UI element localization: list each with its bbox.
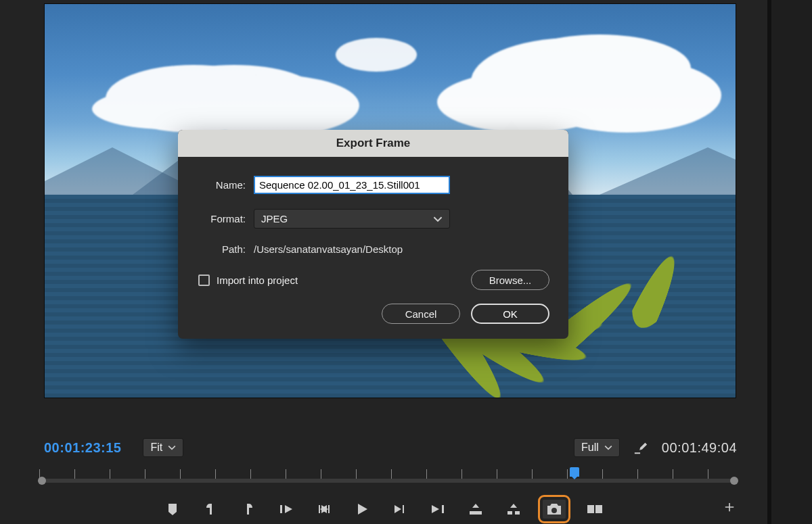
step-back-icon[interactable] — [315, 500, 333, 518]
mark-out-icon[interactable] — [240, 500, 257, 518]
cancel-button[interactable]: Cancel — [382, 304, 460, 324]
go-to-in-icon[interactable] — [277, 500, 295, 518]
export-frame-icon[interactable] — [543, 500, 566, 519]
export-frame-dialog: Export Frame Name: Format: JPEG Path: /U… — [178, 130, 568, 339]
format-select[interactable]: JPEG — [254, 209, 450, 229]
comparison-view-icon[interactable] — [586, 500, 604, 518]
lift-icon[interactable] — [467, 500, 484, 518]
timeline-scrubber[interactable] — [39, 469, 737, 491]
import-into-project-checkbox[interactable] — [198, 275, 210, 286]
step-forward-icon[interactable] — [391, 500, 409, 518]
sequence-duration: 00:01:49:04 — [662, 440, 737, 456]
import-into-project-label: Import into project — [217, 275, 298, 286]
playhead-icon[interactable] — [570, 467, 579, 477]
ok-button[interactable]: OK — [471, 304, 549, 324]
zoom-value: Fit — [150, 442, 162, 454]
button-editor-icon[interactable]: ＋ — [721, 496, 738, 517]
path-value: /Users/sanatanvatsayan/Desktop — [254, 243, 403, 255]
name-input[interactable] — [254, 176, 450, 194]
format-label: Format: — [197, 213, 246, 224]
playhead-timecode[interactable]: 00:01:23:15 — [44, 440, 121, 456]
add-marker-icon[interactable] — [164, 500, 181, 518]
browse-button[interactable]: Browse... — [471, 270, 549, 290]
transport-bar — [0, 494, 767, 524]
zoom-select[interactable]: Fit — [143, 438, 183, 457]
path-label: Path: — [197, 243, 246, 255]
extract-icon[interactable] — [505, 500, 522, 518]
chevron-down-icon — [433, 214, 443, 226]
play-icon[interactable] — [353, 500, 371, 518]
go-to-out-icon[interactable] — [429, 500, 447, 518]
mark-in-icon[interactable] — [202, 500, 219, 518]
name-label: Name: — [197, 179, 246, 191]
settings-icon[interactable] — [632, 439, 650, 456]
quality-value: Full — [581, 442, 599, 454]
dialog-title: Export Frame — [178, 130, 568, 157]
format-value: JPEG — [261, 213, 288, 224]
quality-select[interactable]: Full — [574, 438, 620, 457]
